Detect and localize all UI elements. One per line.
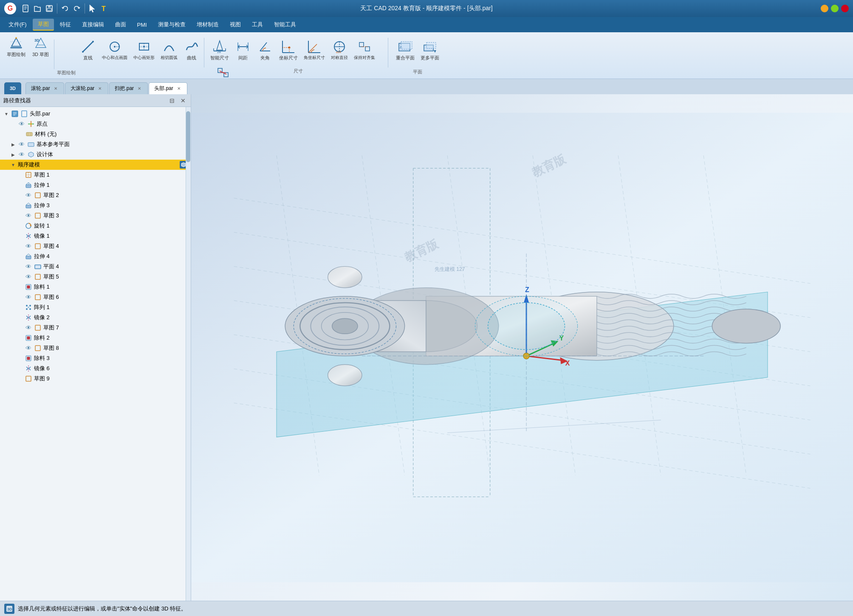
coord-dim-button[interactable]: 坐标尺寸 bbox=[277, 37, 300, 62]
3d-sketch-button[interactable]: 3D 3D 草图 bbox=[29, 34, 52, 77]
menu-surface[interactable]: 曲面 bbox=[110, 19, 131, 30]
maintain-align-button[interactable]: 保持对齐集 bbox=[351, 37, 378, 62]
tree-item-sketch6[interactable]: ▶ 👁 草图 6 bbox=[0, 292, 191, 302]
menu-sketch[interactable]: 草图 bbox=[33, 19, 54, 31]
tree-item-sketch2[interactable]: ▶ 👁 草图 2 bbox=[0, 190, 191, 200]
tab-close-head[interactable]: ✕ bbox=[176, 86, 182, 92]
angle-button[interactable]: 夹角 bbox=[254, 37, 276, 62]
tree-item-mirror1[interactable]: ▶ 镜像 1 bbox=[0, 231, 191, 241]
3d-model-view: Z Y X 先生建模 127 bbox=[191, 94, 853, 601]
pin-panel-button[interactable]: ⊟ bbox=[168, 96, 176, 105]
angular-coord-button[interactable]: 角坐标尺寸 bbox=[301, 37, 328, 62]
menu-measure[interactable]: 测量与检查 bbox=[153, 19, 191, 30]
coord-dim-label: 坐标尺寸 bbox=[279, 55, 298, 61]
new-button[interactable] bbox=[20, 3, 31, 14]
tree-item-extrude4[interactable]: ▶ 拉伸 4 bbox=[0, 251, 191, 262]
menu-feature[interactable]: 特征 bbox=[55, 19, 76, 30]
tree-item-design-body[interactable]: ▶ 👁 设计体 bbox=[0, 149, 191, 160]
tree-item-ref-planes[interactable]: ▶ 👁 基本参考平面 bbox=[0, 139, 191, 149]
eye-icon-sketch4: 👁 bbox=[25, 242, 32, 250]
menu-direct-edit[interactable]: 直接编辑 bbox=[77, 19, 109, 30]
tree-icon-cutout1 bbox=[25, 283, 32, 291]
menu-additive[interactable]: 增材制造 bbox=[192, 19, 224, 30]
minimize-button[interactable] bbox=[821, 5, 828, 12]
tree-arrow-root[interactable]: ▼ bbox=[3, 111, 9, 117]
save-button[interactable] bbox=[43, 3, 55, 14]
svg-rect-66 bbox=[22, 111, 27, 117]
tree-arrow-ref-planes[interactable]: ▶ bbox=[10, 141, 16, 147]
menu-view[interactable]: 视图 bbox=[225, 19, 246, 30]
tree-item-plane4[interactable]: ▶ 👁 平面 4 bbox=[0, 262, 191, 272]
smart-dim-button[interactable]: 28 智能尺寸 bbox=[208, 37, 232, 62]
more-planes-button[interactable]: ▼ 更多平面 bbox=[418, 37, 442, 62]
tree-item-sketch7[interactable]: ▶ 👁 草图 7 bbox=[0, 323, 191, 333]
tab-close-roller[interactable]: ✕ bbox=[53, 86, 59, 92]
3d-view-button[interactable]: 3D bbox=[4, 82, 21, 94]
undo-button[interactable] bbox=[59, 3, 71, 14]
tree-arrow-ordered-model[interactable]: ▼ bbox=[10, 162, 16, 168]
svg-point-93 bbox=[29, 305, 31, 307]
tree-item-sketch9[interactable]: ▶ 草图 9 bbox=[0, 374, 191, 384]
menu-tools[interactable]: 工具 bbox=[247, 19, 268, 30]
sketch-draw-button[interactable]: 草图绘制 bbox=[3, 34, 29, 77]
tab-head[interactable]: 头部.par ✕ bbox=[149, 82, 187, 94]
tree-item-mirror2[interactable]: ▶ 镜像 2 bbox=[0, 312, 191, 323]
tree-item-root[interactable]: ▼ 头部.par bbox=[0, 109, 191, 119]
curve-button[interactable]: 曲线 bbox=[181, 37, 202, 62]
redo-button[interactable] bbox=[71, 3, 83, 14]
viewport[interactable]: 教育版 教育版 bbox=[191, 94, 853, 601]
tree-item-sketch5[interactable]: ▶ 👁 草图 5 bbox=[0, 272, 191, 282]
open-button[interactable] bbox=[31, 3, 43, 14]
distance-button[interactable]: 间距 bbox=[232, 37, 254, 62]
tree-item-ordered-model[interactable]: ▼ 顺序建模 bbox=[0, 160, 191, 170]
tree-item-cutout3[interactable]: ▶ 除料 3 bbox=[0, 353, 191, 363]
tree-item-sketch4[interactable]: ▶ 👁 草图 4 bbox=[0, 241, 191, 251]
tree-item-sketch8[interactable]: ▶ 👁 草图 8 bbox=[0, 343, 191, 353]
coincident-plane-button[interactable]: A 重合平面 bbox=[393, 37, 417, 62]
plane-group-label: 平面 bbox=[390, 69, 445, 75]
maximize-button[interactable] bbox=[831, 5, 839, 12]
tab-broom[interactable]: 扫把.par ✕ bbox=[109, 82, 148, 94]
tree-item-extrude3[interactable]: ▶ 拉伸 3 bbox=[0, 200, 191, 211]
sym-diameter-button[interactable]: ⌀28 对称直径 bbox=[328, 37, 350, 62]
tree-item-cutout2[interactable]: ▶ 除料 2 bbox=[0, 333, 191, 343]
tree-item-cutout1[interactable]: ▶ 除料 1 bbox=[0, 282, 191, 292]
menu-file[interactable]: 文件(F) bbox=[3, 19, 32, 30]
svg-point-11 bbox=[15, 37, 17, 39]
close-button[interactable] bbox=[841, 5, 849, 12]
tree-item-origin[interactable]: ▶ 👁 原点 bbox=[0, 119, 191, 129]
svg-line-14 bbox=[83, 42, 93, 52]
svg-rect-86 bbox=[26, 256, 31, 259]
menu-bar: 文件(F) 草图 特征 直接编辑 曲面 PMI 测量与检查 增材制造 视图 工具… bbox=[0, 17, 853, 32]
select-tool[interactable] bbox=[87, 3, 99, 14]
tree-item-sketch3[interactable]: ▶ 👁 草图 3 bbox=[0, 211, 191, 221]
tree-item-revolve1[interactable]: ▶ 旋转 1 bbox=[0, 221, 191, 231]
menu-smart-tools[interactable]: 智能工具 bbox=[269, 19, 301, 30]
tree-icon-sketch3 bbox=[34, 212, 42, 219]
arc-button[interactable]: 相切圆弧 bbox=[158, 37, 180, 62]
tree-item-sketch1[interactable]: ▶ 草图 1 bbox=[0, 170, 191, 180]
svg-text:▼: ▼ bbox=[433, 49, 437, 53]
circle-button[interactable]: 中心和点画圆 bbox=[99, 37, 130, 62]
tab-roller[interactable]: 滚轮.par ✕ bbox=[25, 82, 64, 94]
svg-rect-101 bbox=[35, 346, 40, 351]
text-tool[interactable]: T bbox=[99, 3, 110, 14]
panel-title: 路径查找器 bbox=[3, 97, 31, 104]
menu-pmi[interactable]: PMI bbox=[132, 20, 152, 30]
rect-button[interactable]: 中心画矩形 bbox=[131, 37, 157, 62]
tree-item-material[interactable]: ▶ 材料 (无) bbox=[0, 129, 191, 139]
svg-rect-5 bbox=[48, 6, 51, 8]
tree-arrow-design-body[interactable]: ▶ bbox=[10, 152, 16, 158]
tab-close-big-roller[interactable]: ✕ bbox=[97, 86, 103, 92]
line-button[interactable]: 直线 bbox=[77, 37, 99, 62]
tree-item-extrude1[interactable]: ▶ 拉伸 1 bbox=[0, 180, 191, 190]
line-label: 直线 bbox=[83, 55, 93, 61]
tab-big-roller[interactable]: 大滚轮.par ✕ bbox=[65, 82, 109, 94]
scrollbar-thumb[interactable] bbox=[186, 111, 190, 162]
close-panel-button[interactable]: ✕ bbox=[179, 96, 187, 105]
tree-item-array1[interactable]: ▶ 阵列 1 bbox=[0, 302, 191, 312]
svg-rect-9 bbox=[11, 47, 22, 48]
tab-close-broom[interactable]: ✕ bbox=[136, 86, 142, 92]
tree-icon-mirror2 bbox=[25, 314, 32, 321]
tree-item-mirror6[interactable]: ▶ 镜像 6 bbox=[0, 363, 191, 374]
